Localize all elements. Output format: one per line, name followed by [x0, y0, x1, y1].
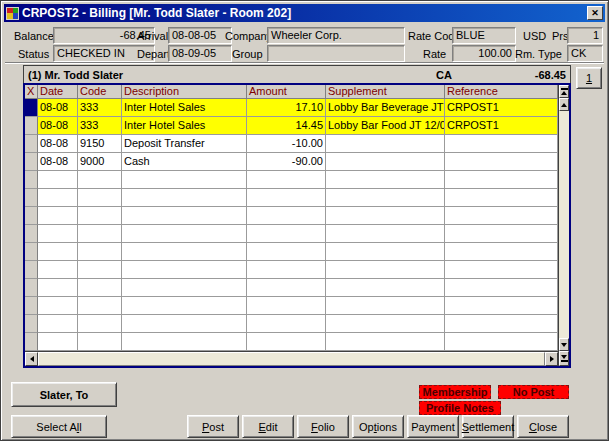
table-row[interactable]: 08-08 9150 Deposit Transfer -10.00 — [25, 135, 558, 153]
profile-notes-badge[interactable]: Profile Notes — [419, 401, 501, 415]
rm-type-label: Rm. Type — [515, 47, 562, 61]
horizontal-scrollbar-track[interactable] — [38, 352, 545, 366]
col-header-reference: Reference — [445, 85, 558, 98]
folio-tab-title: (1) Mr. Todd Slater — [28, 69, 436, 81]
rm-type-field: CK — [567, 45, 603, 62]
col-header-code: Code — [78, 85, 122, 98]
rate-label: Rate — [423, 47, 446, 61]
options-button[interactable]: Options — [352, 415, 404, 438]
table-row[interactable]: 08-08 9000 Cash -90.00 — [25, 153, 558, 171]
payment-type: CA — [436, 69, 506, 81]
action-button-row: Post Edit Folio Options Payment Settleme… — [187, 415, 569, 438]
empty-row — [25, 243, 558, 261]
scroll-to-bottom-icon[interactable] — [559, 351, 569, 366]
rate-field: 100.00 — [452, 45, 516, 62]
horizontal-scrollbar[interactable] — [25, 351, 558, 366]
title-bar: CRPOST2 - Billing [Mr. Todd Slater - Roo… — [4, 4, 605, 22]
folio-balance: -68.45 — [506, 69, 566, 81]
folio-window-1-button[interactable]: 1 — [576, 67, 602, 89]
header-separator — [5, 62, 604, 64]
select-all-button[interactable]: Select All — [11, 415, 107, 438]
scroll-up-icon[interactable] — [559, 98, 569, 111]
close-button[interactable]: Close — [517, 415, 569, 438]
empty-row — [25, 315, 558, 333]
empty-row — [25, 297, 558, 315]
billing-window: CRPOST2 - Billing [Mr. Todd Slater - Roo… — [0, 0, 609, 441]
empty-row — [25, 333, 558, 351]
grid-header-row: X Date Code Description Amount Supplemen… — [25, 85, 558, 99]
vertical-scrollbar[interactable] — [558, 85, 569, 366]
col-header-amount: Amount — [247, 85, 326, 98]
scroll-to-top-icon[interactable] — [559, 85, 569, 98]
app-icon — [6, 7, 19, 20]
folio-tab[interactable]: (1) Mr. Todd Slater CA -68.45 — [23, 65, 571, 83]
empty-row — [25, 261, 558, 279]
window-title: CRPOST2 - Billing [Mr. Todd Slater - Roo… — [22, 6, 587, 20]
depart-label: Depart — [137, 47, 170, 61]
scroll-left-icon[interactable] — [25, 352, 38, 366]
postings-grid: X Date Code Description Amount Supplemen… — [23, 83, 571, 368]
empty-row — [25, 279, 558, 297]
folio-button[interactable]: Folio — [297, 415, 349, 438]
arrival-field: 08-08-05 — [168, 27, 232, 44]
scroll-down-icon[interactable] — [559, 338, 569, 351]
company-label: Company — [225, 29, 272, 43]
table-row[interactable]: 08-08 333 Inter Hotel Sales 17.10 Lobby … — [25, 99, 558, 117]
company-field: Wheeler Corp. — [267, 27, 405, 44]
vertical-scrollbar-track[interactable] — [559, 111, 569, 338]
close-icon[interactable]: ✕ — [587, 6, 603, 20]
col-header-supplement: Supplement — [326, 85, 445, 98]
row-select-cell[interactable] — [25, 117, 38, 135]
empty-row — [25, 225, 558, 243]
membership-badge[interactable]: Membership — [419, 385, 491, 399]
no-post-badge[interactable]: No Post — [498, 385, 569, 399]
col-header-date: Date — [38, 85, 78, 98]
group-label: Group — [232, 47, 263, 61]
balance-label: Balance — [14, 29, 54, 43]
empty-row — [25, 207, 558, 225]
row-select-cell[interactable] — [25, 135, 38, 153]
col-header-x: X — [25, 85, 38, 98]
status-label: Status — [18, 47, 49, 61]
arrival-label: Arrival — [137, 29, 168, 43]
guest-name-button[interactable]: Slater, To — [11, 382, 117, 407]
folio-panel: (1) Mr. Todd Slater CA -68.45 X Date Cod… — [23, 65, 571, 368]
row-select-cell[interactable] — [25, 99, 38, 117]
scroll-right-icon[interactable] — [545, 352, 558, 366]
empty-rows — [25, 171, 558, 351]
row-select-cell[interactable] — [25, 153, 38, 171]
empty-row — [25, 171, 558, 189]
table-row[interactable]: 08-08 333 Inter Hotel Sales 14.45 Lobby … — [25, 117, 558, 135]
group-field — [267, 45, 405, 62]
payment-button[interactable]: Payment — [407, 415, 459, 438]
depart-field: 08-09-05 — [168, 45, 232, 62]
currency-label: USD — [523, 29, 546, 43]
settlement-button[interactable]: Settlement — [462, 415, 514, 438]
post-button[interactable]: Post — [187, 415, 239, 438]
edit-button[interactable]: Edit — [242, 415, 294, 438]
rate-code-field: BLUE — [452, 27, 516, 44]
col-header-description: Description — [122, 85, 247, 98]
prs-field: 1 — [567, 27, 603, 44]
empty-row — [25, 189, 558, 207]
